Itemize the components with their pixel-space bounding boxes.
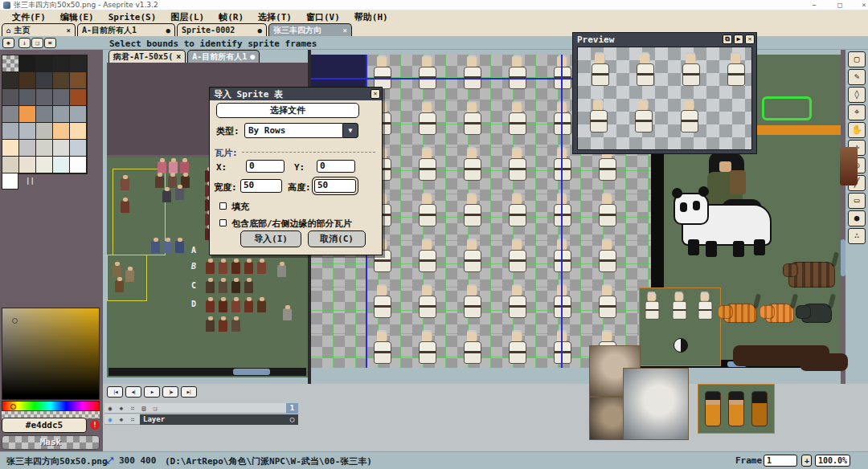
eyedropper-tool[interactable]: ⌖: [848, 104, 866, 120]
timeline-header-icon-1[interactable]: ◈: [116, 405, 127, 412]
palette-swatch-26[interactable]: [18, 139, 36, 157]
close-button[interactable]: ×: [854, 0, 868, 10]
dialog-title-bar[interactable]: 导入 Sprite 表 ✕: [210, 88, 382, 100]
frame-stepper-button[interactable]: +: [801, 455, 812, 467]
x-input[interactable]: 0: [246, 160, 285, 173]
preview-options-button[interactable]: ⧉: [723, 35, 732, 44]
palette-swatch-19[interactable]: [69, 105, 87, 123]
preview-play-button[interactable]: ▶: [734, 35, 743, 44]
hand-tool[interactable]: ✋: [848, 122, 866, 138]
width-input[interactable]: 50: [240, 179, 282, 193]
menu-item-4[interactable]: 帧(R): [211, 11, 251, 23]
pencil-tool[interactable]: ✎: [848, 69, 866, 85]
layer-icon-2[interactable]: ∷: [127, 416, 138, 423]
palette-swatch-1[interactable]: [18, 55, 36, 72]
scrollbar-thumb[interactable]: [233, 369, 270, 375]
menu-item-3[interactable]: 图层(L): [163, 11, 211, 23]
palette-presets-button[interactable]: ❏: [31, 38, 43, 48]
scrollbar-thumb[interactable]: [841, 239, 845, 276]
palette-swatch-24[interactable]: [69, 122, 87, 140]
menu-item-5[interactable]: 选择(T): [251, 11, 299, 23]
frame-header-cell[interactable]: 1: [286, 403, 298, 414]
minimize-button[interactable]: −: [804, 0, 825, 10]
tab-close-icon[interactable]: ×: [343, 27, 347, 35]
menu-item-2[interactable]: Sprite(S): [101, 12, 164, 22]
menu-item-0[interactable]: 文件(F): [5, 11, 53, 23]
cel-cell[interactable]: ○: [286, 414, 298, 425]
timeline-header-icon-3[interactable]: ▤: [138, 405, 149, 412]
layer-icon-1[interactable]: ◈: [116, 416, 127, 423]
tab-a-everyone[interactable]: A-目前所有人1●: [77, 23, 175, 36]
palette-swatch-0[interactable]: [2, 55, 19, 72]
palette-swatch-4[interactable]: [69, 55, 87, 72]
palette-swatch-11[interactable]: [18, 88, 36, 106]
partial-tiles-checkbox[interactable]: [219, 219, 227, 226]
palette-swatch-33[interactable]: [52, 156, 70, 173]
tab-zhangsanfeng[interactable]: 张三丰四方向×: [268, 23, 352, 36]
canvas-vertical-scrollbar[interactable]: [841, 50, 845, 384]
rectangular-marquee-tool[interactable]: ▢: [848, 51, 866, 67]
tab-close-icon[interactable]: ×: [176, 52, 181, 61]
menu-item-7[interactable]: 帮助(H): [347, 11, 395, 23]
spray-tool[interactable]: ∴: [848, 228, 866, 244]
palette-swatch-15[interactable]: [2, 105, 19, 123]
type-dropdown[interactable]: By Rows ▼: [244, 123, 358, 138]
hex-color-input[interactable]: #e4ddc5: [2, 418, 87, 433]
preview-content[interactable]: [577, 47, 752, 150]
palette-swatch-20[interactable]: [2, 122, 19, 140]
height-input[interactable]: 50: [314, 179, 356, 193]
palette-swatch-31[interactable]: [18, 156, 36, 173]
palette-options-button[interactable]: ≡: [44, 38, 56, 48]
left-horizontal-scrollbar[interactable]: [108, 368, 306, 376]
palette-swatch-13[interactable]: [52, 88, 70, 106]
palette-swatch-8[interactable]: [52, 71, 70, 89]
chevron-down-icon[interactable]: ▼: [343, 123, 358, 138]
palette-swatch-6[interactable]: [18, 71, 36, 89]
palette-swatch-21[interactable]: [18, 122, 36, 140]
playback-button-0[interactable]: |◀: [107, 386, 123, 398]
palette-swatch-22[interactable]: [35, 122, 53, 140]
palette-swatch-27[interactable]: [35, 139, 53, 157]
palette-swatch-30[interactable]: [2, 156, 19, 173]
palette-swatch-23[interactable]: [52, 122, 70, 140]
palette-swatch-17[interactable]: [35, 105, 53, 123]
menu-item-1[interactable]: 编辑(E): [53, 11, 101, 23]
select-file-button[interactable]: 选择文件: [216, 103, 359, 118]
zoom-level-input[interactable]: 100.0%: [815, 455, 850, 467]
timeline-header-icon-0[interactable]: ◉: [104, 405, 116, 412]
tab-close-icon[interactable]: ×: [67, 27, 71, 35]
rectangle-tool[interactable]: ▭: [848, 193, 866, 209]
palette-swatch-34[interactable]: [69, 156, 87, 173]
playback-button-4[interactable]: ▶|: [181, 386, 197, 398]
timeline-header-icon-4[interactable]: ❏: [149, 405, 161, 412]
preview-title-bar[interactable]: Preview ⧉▶✕: [573, 33, 756, 46]
maximize-button[interactable]: □: [829, 0, 850, 10]
palette-sort-button[interactable]: ↓: [18, 38, 31, 48]
palette-swatch-18[interactable]: [52, 105, 70, 123]
palette-swatch-7[interactable]: [35, 71, 53, 89]
palette-swatch-2[interactable]: [35, 55, 53, 72]
menu-item-6[interactable]: 窗口(V): [299, 11, 347, 23]
mask-button[interactable]: Mask: [2, 435, 100, 450]
palette-swatch-12[interactable]: [35, 88, 53, 106]
dialog-close-icon[interactable]: ✕: [371, 89, 380, 99]
color-palette[interactable]: [2, 55, 88, 174]
tab-home[interactable]: ⌂主页×: [2, 23, 76, 36]
preview-close-button[interactable]: ✕: [745, 35, 755, 44]
color-warning-icon[interactable]: !: [90, 420, 100, 430]
palette-swatch-10[interactable]: [2, 88, 19, 106]
palette-swatch-16[interactable]: [18, 105, 36, 123]
timeline-header-icon-2[interactable]: ∷: [127, 405, 138, 412]
palette-swatch-29[interactable]: [69, 139, 87, 157]
frame-number-input[interactable]: 1: [764, 455, 797, 467]
import-button[interactable]: 导入(I): [240, 230, 301, 247]
layer-name[interactable]: Layer: [140, 414, 286, 425]
cancel-button[interactable]: 取消(C): [308, 230, 366, 247]
editor-tab-a-everyone[interactable]: A-目前所有人1●: [187, 50, 260, 63]
hue-slider[interactable]: [2, 401, 100, 411]
layer-row[interactable]: ◉◈∷Layer: [104, 414, 286, 425]
palette-lock-button[interactable]: ◈: [2, 38, 14, 48]
palette-swatch-14[interactable]: [69, 88, 87, 106]
hsv-color-picker[interactable]: [2, 308, 100, 400]
palette-swatch-9[interactable]: [69, 71, 87, 89]
